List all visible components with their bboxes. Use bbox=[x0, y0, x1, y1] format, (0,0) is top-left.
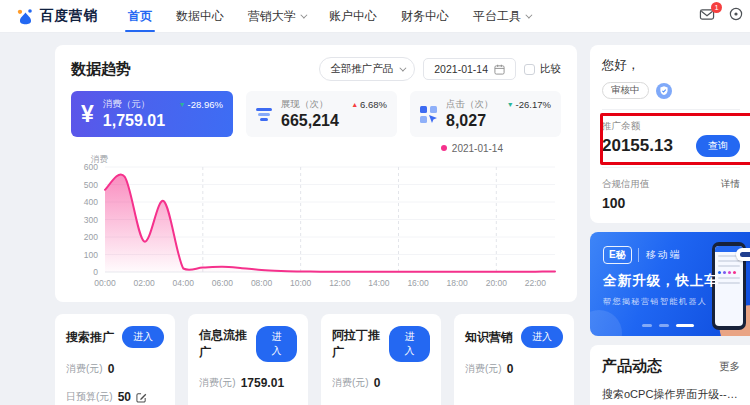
svg-text:20:00: 20:00 bbox=[486, 278, 508, 288]
chevron-down-icon bbox=[400, 64, 407, 71]
brand-name: 百度营销 bbox=[40, 7, 98, 25]
divider bbox=[602, 109, 740, 110]
balance-section: 推广余额 20155.13 查询 bbox=[602, 120, 740, 157]
robot-illustration bbox=[736, 248, 750, 261]
svg-text:500: 500 bbox=[84, 180, 98, 190]
svg-text:08:00: 08:00 bbox=[251, 278, 273, 288]
triangle-down-icon: ▼ bbox=[507, 101, 514, 108]
edit-budget-icon[interactable] bbox=[136, 392, 147, 403]
svg-text:04:00: 04:00 bbox=[173, 278, 195, 288]
greeting-text: 您好， bbox=[602, 57, 740, 74]
help-button[interactable] bbox=[729, 7, 743, 25]
enter-button[interactable]: 进入 bbox=[521, 326, 563, 348]
credit-label: 合规信用值 bbox=[602, 178, 650, 191]
product-filter-dropdown[interactable]: 全部推广产品 bbox=[319, 57, 415, 81]
promo-card-search: 搜索推广 进入 消费(元) 0 日预算(元) 50 bbox=[55, 314, 175, 405]
carousel-indicators[interactable] bbox=[642, 324, 694, 327]
triangle-up-icon: ▲ bbox=[351, 101, 358, 108]
delta-value: ▲ 6.68% bbox=[351, 99, 387, 110]
notification-badge: 1 bbox=[711, 2, 722, 13]
enter-button[interactable]: 进入 bbox=[389, 326, 430, 362]
delta-value: ▼ -26.17% bbox=[507, 99, 551, 110]
nav-item-home[interactable]: 首页 bbox=[128, 0, 152, 32]
enter-button[interactable]: 进入 bbox=[256, 326, 297, 362]
triangle-down-icon: ▼ bbox=[179, 101, 186, 108]
brand-logo[interactable]: 百度营销 bbox=[16, 7, 98, 26]
help-icon bbox=[729, 7, 743, 21]
date-picker[interactable]: 2021-01-14 bbox=[423, 58, 516, 80]
messages-button[interactable]: 1 bbox=[699, 7, 715, 26]
consumption-area-chart[interactable]: 010020030040050060000:0002:0004:0006:000… bbox=[71, 154, 561, 292]
divider bbox=[602, 167, 740, 168]
legend-dot-icon bbox=[441, 145, 447, 151]
balance-label: 推广余额 bbox=[602, 120, 740, 133]
promo-banner[interactable]: E秘 移动端 全新升级，快上车 帮您揭秘营销智能机器人 bbox=[590, 232, 750, 336]
metric-card-consumption[interactable]: ¥ 消费（元） ▼ -28.96% 1,759.01 bbox=[71, 91, 233, 137]
product-news-card: 产品动态 更多 搜索oCPC操作界面升级--全流量上线 搜索推广 2021.01… bbox=[590, 345, 750, 405]
status-badge: 审核中 bbox=[602, 82, 649, 99]
trend-title: 数据趋势 bbox=[71, 60, 131, 79]
svg-text:消费: 消费 bbox=[90, 154, 109, 164]
credit-value: 100 bbox=[602, 195, 740, 211]
svg-text:400: 400 bbox=[84, 197, 98, 207]
account-card: 您好， 审核中 推广余额 20155.13 查询 合规信用 bbox=[590, 45, 750, 223]
promo-card-feed: 信息流推广 进入 消费(元) 1759.01 日预算(元) 2400 bbox=[188, 314, 308, 405]
svg-text:100: 100 bbox=[84, 250, 98, 260]
metric-card-clicks[interactable]: 点击（次） ▼ -26.17% 8,027 bbox=[410, 91, 561, 137]
nav-item-finance-center[interactable]: 财务中心 bbox=[401, 0, 449, 32]
query-button[interactable]: 查询 bbox=[696, 135, 740, 157]
metric-card-impressions[interactable]: 展现（次） ▲ 6.68% 665,214 bbox=[246, 91, 397, 137]
impressions-bars-icon bbox=[256, 108, 272, 121]
nav-item-platform-tools[interactable]: 平台工具 bbox=[473, 0, 530, 32]
news-more-link[interactable]: 更多 bbox=[719, 360, 740, 374]
balance-value: 20155.13 bbox=[602, 136, 673, 156]
shield-icon bbox=[656, 83, 672, 99]
delta-value: ▼ -28.96% bbox=[179, 99, 223, 110]
nav-item-account-center[interactable]: 账户中心 bbox=[329, 0, 377, 32]
banner-channel: 移动端 bbox=[638, 248, 682, 262]
svg-text:200: 200 bbox=[84, 232, 98, 242]
baidu-logo-icon bbox=[16, 7, 35, 26]
chevron-down-icon bbox=[300, 11, 307, 18]
nav-item-data-center[interactable]: 数据中心 bbox=[176, 0, 224, 32]
svg-text:16:00: 16:00 bbox=[407, 278, 429, 288]
checkbox-icon bbox=[524, 64, 535, 75]
promo-cards-row: 搜索推广 进入 消费(元) 0 日预算(元) 50 bbox=[55, 314, 577, 405]
compare-checkbox[interactable]: 比较 bbox=[524, 62, 561, 76]
svg-text:18:00: 18:00 bbox=[447, 278, 469, 288]
banner-title: 全新升级，快上车 bbox=[603, 272, 719, 290]
chart-legend: 2021-01-14 bbox=[71, 142, 561, 154]
nav-menu: 首页 数据中心 营销大学 账户中心 财务中心 平台工具 bbox=[128, 0, 530, 32]
svg-text:02:00: 02:00 bbox=[133, 278, 155, 288]
top-nav: 百度营销 首页 数据中心 营销大学 账户中心 财务中心 平台工具 1 bbox=[0, 0, 750, 33]
credit-details-link[interactable]: 详情 bbox=[721, 178, 740, 191]
promo-card-knowledge: 知识营销 进入 消费(元) 0 bbox=[454, 314, 574, 405]
clicks-cursor-icon bbox=[420, 106, 437, 123]
promo-card-aladdin: 阿拉丁推广 进入 消费(元) 0 bbox=[321, 314, 441, 405]
data-trend-card: 数据趋势 全部推广产品 2021-01-14 bbox=[55, 45, 577, 302]
calendar-icon bbox=[494, 64, 505, 75]
news-item[interactable]: 搜索oCPC操作界面升级--全流量上线 搜索推广 2021.01.13 bbox=[602, 387, 740, 405]
svg-text:300: 300 bbox=[84, 215, 98, 225]
news-title: 产品动态 bbox=[602, 357, 662, 376]
nav-item-marketing-college[interactable]: 营销大学 bbox=[248, 0, 305, 32]
yuan-icon: ¥ bbox=[81, 101, 94, 128]
svg-text:06:00: 06:00 bbox=[212, 278, 234, 288]
chevron-down-icon bbox=[525, 11, 532, 18]
svg-text:22:00: 22:00 bbox=[525, 278, 547, 288]
svg-text:14:00: 14:00 bbox=[368, 278, 390, 288]
svg-text:10:00: 10:00 bbox=[290, 278, 312, 288]
svg-text:00:00: 00:00 bbox=[94, 278, 116, 288]
banner-subtitle: 帮您揭秘营销智能机器人 bbox=[603, 296, 719, 307]
enter-button[interactable]: 进入 bbox=[122, 326, 164, 348]
banner-tag: E秘 bbox=[603, 246, 632, 264]
svg-text:0: 0 bbox=[93, 267, 98, 277]
svg-text:12:00: 12:00 bbox=[329, 278, 351, 288]
